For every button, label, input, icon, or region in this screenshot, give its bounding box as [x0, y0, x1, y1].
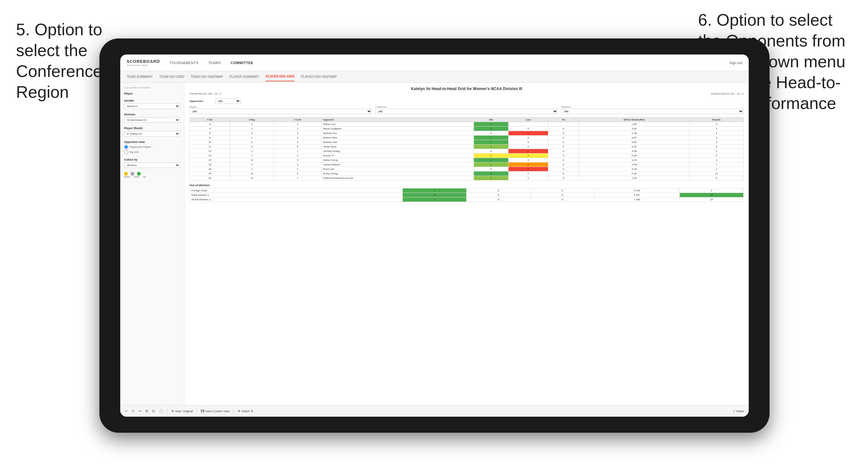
table-row: NAIA Division 1 15 0 0 9.267 30	[190, 193, 744, 197]
opponents-select[interactable]: (All)	[215, 98, 241, 104]
col-rounds: Rounds	[689, 118, 743, 122]
color-dot-level	[130, 172, 134, 176]
save-custom-btn[interactable]: 💾 Save Custom View	[201, 410, 229, 413]
color-labels: Down Level Up	[124, 176, 180, 178]
table-row: 1585 Stella Cheng 100 1.254	[190, 158, 744, 162]
undo2-icon[interactable]: ↩	[138, 409, 142, 413]
tab-player-h2h-heatmap[interactable]: PLAYER H2H HEATMAP	[301, 72, 337, 81]
sidebar-division-section: Division NCAA Division III	[124, 113, 180, 123]
col-loss: Loss	[508, 118, 548, 122]
colour-by-select[interactable]: Win/loss	[124, 162, 180, 168]
redo-icon[interactable]: ↻	[132, 409, 135, 413]
save-icon: 💾	[201, 410, 204, 413]
player-rank-select[interactable]: 8. Katelyn Vo	[124, 131, 180, 136]
table-row: 20117 Federica Domecq Lacroze 210 1.336	[190, 176, 744, 181]
undo-icon[interactable]: ↩	[125, 409, 128, 413]
sidebar-player-rank-section: Player (Rank) 8. Katelyn Vo	[124, 127, 180, 136]
table-row: 1474 Eunice Yi 220 0.389	[190, 154, 744, 158]
division-record: Division Record: 331 - 34 - 6	[711, 92, 744, 95]
tab-player-summary[interactable]: PLAYER SUMMARY	[229, 72, 259, 81]
conference-select[interactable]: (All)	[375, 108, 558, 114]
data-area: Katelyn Vo Head-to-Head Grid for Women's…	[184, 83, 749, 405]
color-dot-down	[124, 172, 128, 176]
gender-select[interactable]: Women's	[124, 103, 180, 109]
tab-team-h2h-grid[interactable]: TEAM H2H GRID	[159, 72, 184, 81]
sidebar: Last Updated: 27/03/2024 Player Gender W…	[120, 83, 184, 405]
table-row: 1822 Euna Lee 030 -5.002	[190, 167, 744, 172]
main-content: Last Updated: 27/03/2024 Player Gender W…	[120, 83, 749, 405]
col-div: # Div	[190, 118, 230, 122]
division-label: Division	[124, 113, 180, 116]
sidebar-player-section: Player	[124, 92, 180, 95]
filter-region: Region (All)	[189, 106, 372, 114]
sign-out-link[interactable]: Sign out	[730, 61, 742, 65]
col-conf: # Conf	[274, 118, 321, 122]
table-row: 331 Esther Lee 1 1.504	[190, 122, 744, 127]
filter-section: Opponents: (All) Region (All)	[189, 98, 744, 114]
radio-opponents-played[interactable]: Opponents Played	[124, 145, 180, 149]
app-header: SCOREBOARD Powered by clippd TOURNAMENTS…	[120, 55, 749, 71]
table-row: NCAA Division 2 5 0 0 7.400 10	[190, 197, 744, 202]
table-row: 1063 Andrea York 200 4.004	[190, 140, 744, 145]
col-opponent: Opponent	[321, 118, 474, 122]
filter-row: Opponents: (All)	[189, 98, 744, 104]
nav-committee[interactable]: COMMITTEE	[231, 60, 254, 66]
table-row: 522 Alexis Sudijanto 100 4.003	[190, 127, 744, 131]
radio-top-100[interactable]: Top 100	[124, 150, 180, 154]
table-row: Foreign Team 1 0 0 4.500 2	[190, 188, 744, 193]
tablet-frame: SCOREBOARD Powered by clippd TOURNAMENTS…	[99, 38, 770, 433]
colour-by-label: Colour by	[124, 158, 180, 161]
nav-teams[interactable]: TEAMS	[208, 60, 221, 66]
last-updated: Last Updated: 27/03/2024	[124, 87, 180, 89]
toolbar-divider-3	[234, 409, 234, 414]
share-btn[interactable]: ↗ Share	[733, 410, 744, 413]
opponent-view-radios: Opponents Played Top 100	[124, 145, 180, 154]
share-icon: ↗	[733, 410, 735, 413]
region-label: Region	[189, 106, 372, 108]
region-select[interactable]: (All)	[189, 108, 372, 114]
opponent-filter-select[interactable]: (All)	[561, 108, 744, 114]
table-row: 914 Sharon Mun 100 3.673	[190, 135, 744, 140]
toolbar-divider-1	[167, 409, 167, 414]
tab-team-h2h-heatmap[interactable]: TEAM H2H HEATMAP	[191, 72, 223, 81]
filter-conference: Conference (All)	[375, 106, 558, 114]
header-right: Sign out	[730, 61, 742, 65]
opponent-filter-label: Opponent	[561, 106, 744, 108]
conference-label: Conference	[375, 106, 558, 108]
eye-icon: 👁	[171, 410, 174, 413]
tablet-screen: SCOREBOARD Powered by clippd TOURNAMENTS…	[120, 55, 749, 417]
overall-record: Overall Record: 353 - 34 - 6	[189, 92, 221, 95]
table-row: 1125 Heejo Hyun 100 3.333	[190, 145, 744, 149]
filter-opponent: Opponent (All)	[561, 106, 744, 114]
tab-player-h2h-grid[interactable]: PLAYER H2H GRID	[266, 72, 294, 82]
sub-nav: TEAM SUMMARY TEAM H2H GRID TEAM H2H HEAT…	[120, 71, 749, 83]
opponents-filter-label: Opponents:	[189, 100, 212, 102]
table-row: 1311 Jessica Huang 010 -3.002	[190, 149, 744, 154]
out-of-division-table: Foreign Team 1 0 0 4.500 2 NAIA Division…	[189, 188, 744, 202]
table-row: 1633 Jessica Mason 120 -0.947	[190, 162, 744, 167]
toolbar-divider-2	[196, 409, 197, 414]
nav-tournaments[interactable]: TOURNAMENTS	[169, 60, 198, 66]
watch-icon: 👁	[238, 410, 241, 413]
view-original-btn[interactable]: 👁 View: Original	[171, 410, 193, 413]
filter-row-2: Region (All) Conference (All)	[189, 106, 744, 114]
scoreboard-logo: SCOREBOARD Powered by clippd	[127, 59, 160, 67]
paste-icon[interactable]: ⊟	[152, 409, 155, 413]
copy-icon[interactable]: ⊞	[145, 409, 148, 413]
col-reg: # Reg	[230, 118, 274, 122]
clock-icon[interactable]: 🕐	[159, 409, 163, 413]
filter-group: Region (All) Conference (All)	[189, 106, 744, 114]
main-data-table: # Div # Reg # Conf Opponent Win Loss Tie…	[189, 117, 744, 181]
bottom-toolbar: ↩ ↻ ↩ ⊞ ⊟ 🕐 👁 View: Original 💾 Save Cust…	[120, 405, 749, 417]
sidebar-colour-section: Colour by Win/loss	[124, 158, 180, 168]
tab-team-summary[interactable]: TEAM SUMMARY	[127, 72, 153, 81]
col-diff: Diff Av Strokes/Rnd	[579, 118, 690, 122]
opponent-view-label: Opponent view	[124, 141, 180, 144]
col-tie: Tie	[548, 118, 579, 122]
nav-links: TOURNAMENTS TEAMS COMMITTEE	[169, 60, 730, 66]
sidebar-opponent-view-section: Opponent view Opponents Played Top 100	[124, 141, 180, 154]
player-rank-label: Player (Rank)	[124, 127, 180, 130]
watch-btn[interactable]: 👁 Watch ▼	[238, 410, 253, 413]
sidebar-gender-section: Gender Women's	[124, 99, 180, 109]
division-select[interactable]: NCAA Division III	[124, 117, 180, 123]
